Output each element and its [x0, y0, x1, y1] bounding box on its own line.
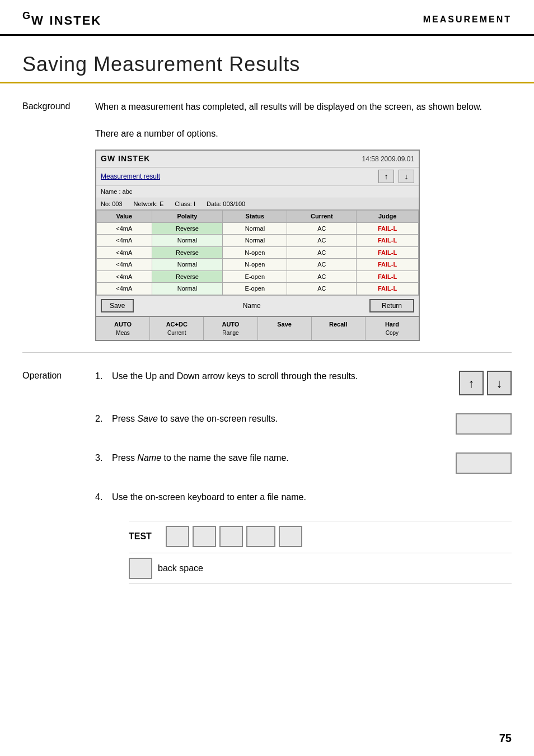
col-status: Status: [223, 211, 287, 223]
func-key-acdc-current[interactable]: AC+DC Current: [150, 317, 204, 340]
func-key-acdc-sub: Current: [152, 329, 201, 337]
screen-header-bar: GW INSTEK 14:58 2009.09.01: [96, 151, 419, 167]
table-row: <4mA Normal E-open AC FAIL-L: [97, 283, 419, 295]
class-info: Class: I: [175, 199, 195, 209]
op-text-4: Use the on-screen keyboard to enter a fi…: [112, 491, 512, 504]
func-key-auto-range-sub: Range: [206, 329, 255, 337]
cell-status: N-open: [223, 246, 287, 259]
col-judge: Judge: [357, 211, 419, 223]
cell-judge: FAIL-L: [357, 270, 419, 283]
name-label: Name : abc: [101, 188, 132, 195]
table-row: <4mA Reverse N-open AC FAIL-L: [97, 246, 419, 259]
func-key-hard-label: Hard: [368, 320, 416, 329]
cell-current: AC: [287, 246, 357, 259]
cell-status: N-open: [223, 259, 287, 271]
content: Background When a measurement has comple…: [0, 83, 534, 617]
cell-value: <4mA: [97, 246, 152, 259]
cell-current: AC: [287, 222, 357, 235]
func-key-hard-sub: Copy: [368, 329, 416, 337]
up-arrow-button[interactable]: ↑: [459, 371, 484, 395]
section-title: MEASUREMENT: [423, 15, 512, 25]
op-item-1: 1. Use the Up and Down arrow keys to scr…: [95, 370, 512, 395]
no-info: No: 003: [101, 199, 123, 209]
down-icon-btn[interactable]: ↓: [399, 170, 414, 183]
col-polaity: Polaity: [152, 211, 223, 223]
key-box-1[interactable]: [166, 526, 189, 547]
cell-current: AC: [287, 283, 357, 295]
measurement-result-label: Measurement result: [101, 171, 160, 181]
op-text-1: Use the Up and Down arrow keys to scroll…: [112, 370, 448, 383]
cell-judge: FAIL-L: [357, 235, 419, 247]
section-divider: [22, 352, 512, 353]
cell-polaity: Reverse: [152, 222, 223, 235]
backspace-row: back space: [129, 558, 512, 579]
key-box-2[interactable]: [193, 526, 216, 547]
cell-value: <4mA: [97, 270, 152, 283]
header: GW INSTEK MEASUREMENT: [0, 0, 534, 36]
screen-info-bar: No: 003 Network: E Class: I Data: 003/10…: [96, 198, 419, 211]
page-title: Saving Measurement Results: [22, 53, 512, 76]
backspace-key[interactable]: [129, 558, 152, 579]
op-item-4: 4. Use the on-screen keyboard to enter a…: [95, 491, 512, 504]
cell-value: <4mA: [97, 283, 152, 295]
func-key-recall[interactable]: Recall: [312, 317, 366, 340]
cell-value: <4mA: [97, 222, 152, 235]
arrow-buttons: ↑ ↓: [459, 371, 512, 395]
key-box-3[interactable]: [219, 526, 243, 547]
name-rect: [456, 452, 512, 474]
op-item-3: 3. Press Name to the name the save file …: [95, 451, 512, 474]
table-row: <4mA Reverse Normal AC FAIL-L: [97, 222, 419, 235]
keyboard-section: TEST back space: [95, 521, 512, 584]
screen-time: 14:58 2009.09.01: [362, 154, 414, 164]
down-arrow-button[interactable]: ↓: [487, 371, 512, 395]
func-key-save-label: Save: [260, 320, 309, 329]
op-number-3: 3.: [95, 451, 112, 465]
up-icon-btn[interactable]: ↑: [378, 170, 394, 183]
cell-status: E-open: [223, 270, 287, 283]
cell-judge: FAIL-L: [357, 283, 419, 295]
data-info: Data: 003/100: [207, 199, 245, 209]
name-row: Name : abc: [96, 186, 419, 198]
function-keys-bar: AUTO Meas AC+DC Current AUTO Range Save: [96, 316, 419, 340]
op-number-2: 2.: [95, 412, 112, 426]
background-text1: When a measurement has completed, all re…: [95, 100, 512, 114]
measurement-table: Value Polaity Status Current Judge <4mA …: [96, 210, 419, 295]
func-key-auto-range-label: AUTO: [206, 320, 255, 329]
cell-judge: FAIL-L: [357, 246, 419, 259]
cell-polaity: Normal: [152, 283, 223, 295]
return-screen-button[interactable]: Return: [369, 299, 414, 312]
cell-judge: FAIL-L: [357, 259, 419, 271]
screen-toolbar: Measurement result ↑ ↓: [96, 167, 419, 186]
cell-value: <4mA: [97, 259, 152, 271]
key-box-4[interactable]: [246, 526, 275, 547]
func-key-auto-meas-label: AUTO: [99, 320, 147, 329]
save-rect-group: [456, 413, 512, 435]
func-key-auto-meas[interactable]: AUTO Meas: [96, 317, 150, 340]
save-rect: [456, 413, 512, 435]
save-screen-button[interactable]: Save: [101, 299, 134, 312]
cell-current: AC: [287, 270, 357, 283]
operation-list: 1. Use the Up and Down arrow keys to scr…: [95, 370, 512, 504]
func-key-save[interactable]: Save: [258, 317, 312, 340]
cell-polaity: Normal: [152, 235, 223, 247]
op-number-1: 1.: [95, 370, 112, 383]
col-value: Value: [97, 211, 152, 223]
operation-section: Operation 1. Use the Up and Down arrow k…: [22, 370, 512, 589]
cell-status: Normal: [223, 222, 287, 235]
name-rect-group: [456, 452, 512, 474]
screen-bottom-controls: Save Name Return: [96, 295, 419, 316]
func-key-auto-range[interactable]: AUTO Range: [204, 317, 257, 340]
cell-current: AC: [287, 259, 357, 271]
cell-polaity: Reverse: [152, 246, 223, 259]
cell-polaity: Reverse: [152, 270, 223, 283]
key-box-5[interactable]: [279, 526, 302, 547]
op-number-4: 4.: [95, 491, 112, 504]
table-row: <4mA Reverse E-open AC FAIL-L: [97, 270, 419, 283]
func-key-hard-copy[interactable]: Hard Copy: [366, 317, 419, 340]
background-label: Background: [22, 100, 95, 341]
cell-value: <4mA: [97, 235, 152, 247]
cell-status: E-open: [223, 283, 287, 295]
backspace-label: back space: [158, 562, 203, 575]
logo: GW INSTEK: [22, 10, 101, 29]
name-control-label: Name: [137, 301, 366, 311]
